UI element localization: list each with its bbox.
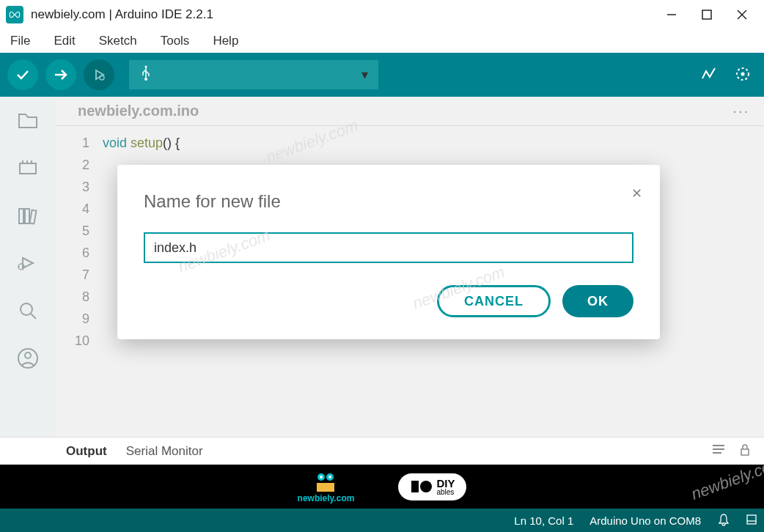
- minimize-button[interactable]: [664, 7, 679, 22]
- sidebar: [0, 97, 56, 437]
- upload-button[interactable]: [45, 59, 76, 90]
- svg-rect-30: [317, 483, 334, 492]
- menu-help[interactable]: Help: [208, 32, 243, 50]
- debug-icon[interactable]: [15, 251, 41, 276]
- menu-edit[interactable]: Edit: [49, 32, 79, 50]
- svg-point-10: [741, 73, 745, 76]
- board-manager-icon[interactable]: [15, 156, 41, 182]
- board-info: Arduino Uno on COM8: [589, 514, 701, 527]
- svg-point-7: [145, 65, 147, 67]
- output-panel-tabs: Output Serial Monitor: [0, 437, 764, 465]
- svg-rect-37: [747, 515, 756, 524]
- dialog-title: Name for new file: [144, 191, 633, 212]
- serial-plotter-button[interactable]: [697, 62, 723, 88]
- cancel-button[interactable]: CANCEL: [437, 285, 551, 317]
- board-selector[interactable]: ▾: [129, 60, 378, 89]
- menubar: File Edit Sketch Tools Help: [0, 29, 764, 53]
- svg-point-36: [420, 481, 432, 492]
- maximize-button[interactable]: [699, 7, 714, 22]
- svg-rect-11: [20, 163, 36, 174]
- serial-monitor-tab[interactable]: Serial Monitor: [126, 444, 203, 459]
- svg-rect-29: [741, 449, 749, 455]
- filename-input[interactable]: [144, 232, 633, 263]
- svg-rect-1: [702, 10, 711, 19]
- svg-line-23: [31, 314, 36, 319]
- svg-rect-15: [19, 209, 23, 223]
- svg-rect-35: [411, 481, 419, 492]
- lock-icon[interactable]: [739, 443, 751, 459]
- statusbar: Ln 10, Col 1 Arduino Uno on COM8: [0, 509, 764, 532]
- window-controls: [664, 7, 749, 22]
- notification-icon[interactable]: [717, 513, 730, 528]
- folder-icon[interactable]: [15, 108, 41, 134]
- newbiely-text: newbiely.com: [298, 493, 355, 503]
- output-tab[interactable]: Output: [66, 444, 107, 459]
- menu-tools[interactable]: Tools: [156, 32, 194, 50]
- serial-monitor-button[interactable]: [730, 62, 757, 88]
- footer-strip: newbiely.com DIY ables: [0, 465, 764, 509]
- window-title: newbiely.com | Arduino IDE 2.2.1: [31, 7, 664, 22]
- new-file-dialog: ✕ Name for new file CANCEL OK: [117, 165, 660, 339]
- svg-point-22: [21, 303, 32, 315]
- search-icon[interactable]: [15, 298, 41, 324]
- menu-file[interactable]: File: [6, 32, 34, 50]
- app-icon: [6, 6, 23, 23]
- ables-text: ables: [436, 489, 455, 496]
- verify-button[interactable]: [7, 59, 38, 90]
- svg-point-8: [144, 78, 147, 81]
- dialog-close-button[interactable]: ✕: [631, 185, 642, 202]
- svg-rect-16: [25, 209, 29, 223]
- svg-point-34: [328, 476, 331, 479]
- output-menu-icon[interactable]: [711, 443, 726, 459]
- profile-icon[interactable]: [15, 345, 41, 371]
- chevron-down-icon: ▾: [361, 67, 368, 83]
- titlebar: newbiely.com | Arduino IDE 2.2.1: [0, 0, 764, 29]
- usb-icon: [139, 65, 153, 85]
- svg-point-25: [25, 352, 31, 358]
- svg-point-33: [320, 476, 323, 479]
- debug-button[interactable]: [84, 59, 114, 90]
- diyables-logo: DIY ables: [398, 473, 466, 500]
- library-manager-icon[interactable]: [15, 203, 41, 229]
- svg-rect-17: [29, 210, 36, 223]
- diy-text: DIY: [436, 478, 455, 489]
- ok-button[interactable]: OK: [562, 285, 633, 317]
- close-panel-icon[interactable]: [746, 514, 757, 527]
- close-button[interactable]: [735, 7, 749, 22]
- menu-sketch[interactable]: Sketch: [95, 32, 142, 50]
- toolbar: ▾: [0, 53, 764, 97]
- newbiely-logo: newbiely.com: [298, 470, 355, 503]
- cursor-position: Ln 10, Col 1: [514, 514, 573, 527]
